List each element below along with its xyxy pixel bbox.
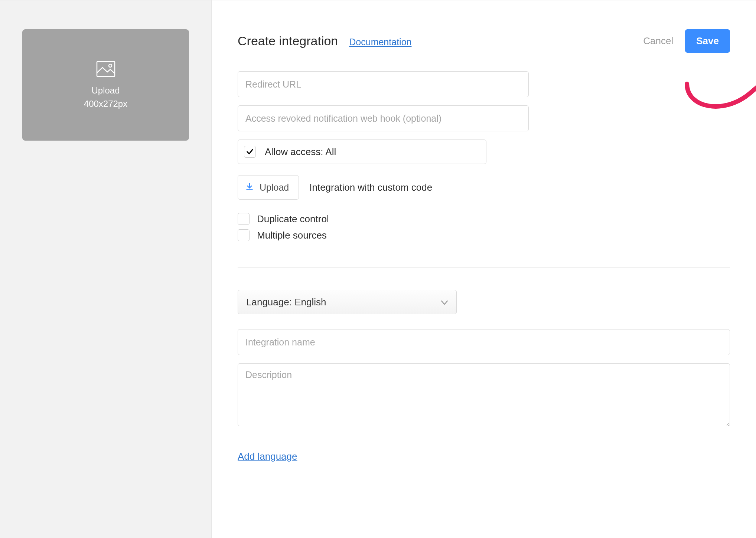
header-right: Cancel Save: [641, 29, 730, 53]
duplicate-control-row[interactable]: Duplicate control: [238, 213, 730, 225]
section-divider: [238, 267, 730, 268]
image-icon: [96, 61, 115, 79]
integration-name-input[interactable]: [238, 329, 730, 355]
check-icon: [246, 148, 254, 156]
header-row: Create integration Documentation Cancel …: [238, 29, 730, 53]
allow-access-row[interactable]: Allow access: All: [238, 140, 486, 164]
multiple-sources-label: Multiple sources: [257, 230, 327, 241]
multiple-sources-row[interactable]: Multiple sources: [238, 229, 730, 241]
main-content: Create integration Documentation Cancel …: [212, 0, 756, 538]
description-textarea[interactable]: [238, 363, 730, 426]
upload-label: Upload: [91, 85, 120, 96]
redirect-url-group: [238, 71, 730, 97]
app-root: Upload 400x272px Create integration Docu…: [0, 0, 756, 538]
chevron-down-icon: [441, 296, 448, 308]
cancel-button[interactable]: Cancel: [641, 32, 675, 50]
flags-group: Duplicate control Multiple sources: [238, 213, 730, 241]
page-title: Create integration: [238, 34, 338, 48]
allow-access-checkbox[interactable]: [244, 146, 256, 158]
custom-code-row: Upload Integration with custom code: [238, 175, 730, 200]
webhook-input[interactable]: [238, 105, 529, 131]
language-select-label: Language: English: [246, 296, 326, 308]
redirect-url-input[interactable]: [238, 71, 529, 97]
allow-access-label: Allow access: All: [265, 146, 336, 158]
language-select[interactable]: Language: English: [238, 290, 457, 314]
download-icon: [245, 182, 254, 193]
upload-code-button[interactable]: Upload: [238, 175, 299, 200]
header-left: Create integration Documentation: [238, 34, 411, 48]
image-upload-box[interactable]: Upload 400x272px: [22, 29, 189, 141]
add-language-link[interactable]: Add language: [238, 451, 297, 462]
documentation-link[interactable]: Documentation: [349, 37, 411, 47]
upload-code-label: Upload: [260, 182, 289, 193]
webhook-group: [238, 105, 730, 131]
svg-rect-0: [97, 62, 115, 76]
upload-code-desc: Integration with custom code: [309, 182, 432, 193]
duplicate-control-checkbox[interactable]: [238, 213, 250, 225]
duplicate-control-label: Duplicate control: [257, 213, 329, 225]
upload-hint: 400x272px: [84, 99, 127, 109]
multiple-sources-checkbox[interactable]: [238, 229, 250, 241]
save-button[interactable]: Save: [685, 29, 730, 53]
svg-point-1: [109, 64, 112, 67]
sidebar: Upload 400x272px: [0, 0, 212, 538]
